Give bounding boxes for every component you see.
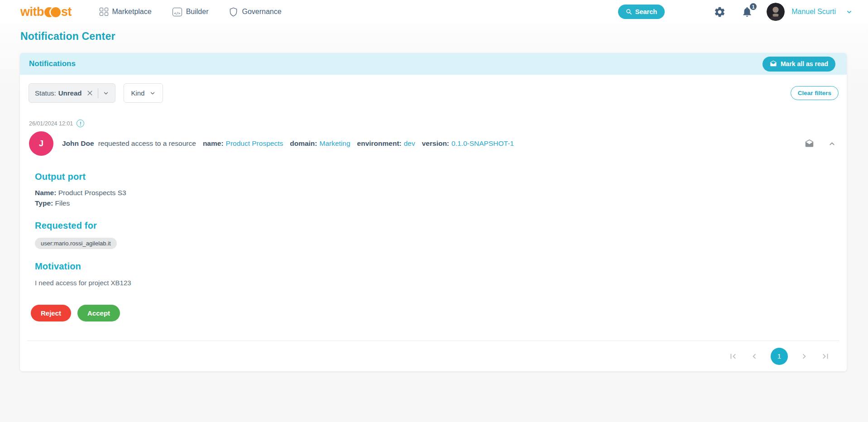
notification-row-actions bbox=[805, 139, 836, 149]
next-page-icon[interactable] bbox=[799, 351, 809, 361]
notification-count-badge: 1 bbox=[749, 2, 758, 11]
mark-all-as-read-button[interactable]: Mark all as read bbox=[762, 57, 835, 72]
requester-name: John Doe bbox=[62, 139, 94, 148]
notification-action: requested access to a resource bbox=[98, 139, 196, 148]
nav-item-builder[interactable]: </> Builder bbox=[173, 8, 209, 16]
main-nav: Marketplace </> Builder Governance bbox=[100, 7, 282, 17]
field-label: domain: bbox=[290, 139, 317, 148]
user-menu-chevron-down-icon[interactable] bbox=[846, 9, 853, 15]
info-icon: ! bbox=[77, 120, 84, 127]
kind-filter-chevron-down-icon[interactable] bbox=[149, 90, 156, 96]
search-icon bbox=[626, 9, 632, 15]
filter-divider bbox=[98, 88, 98, 98]
field-label: name: bbox=[203, 139, 224, 148]
field-value: Marketing bbox=[319, 139, 350, 148]
user-avatar[interactable] bbox=[767, 3, 785, 21]
code-icon: </> bbox=[173, 8, 182, 16]
type-label: Type: bbox=[35, 199, 53, 207]
pagination-block: 1 bbox=[20, 340, 847, 371]
notification-summary-row[interactable]: J John Doe requested access to a resourc… bbox=[20, 131, 847, 156]
logo-text-left: witb bbox=[20, 5, 44, 19]
notification-timestamp-row: 26/01/2024 12:01 ! bbox=[29, 120, 847, 127]
user-name[interactable]: Manuel Scurti bbox=[791, 8, 836, 16]
kind-filter-label: Kind bbox=[131, 89, 144, 97]
status-filter[interactable]: Status: Unread bbox=[29, 83, 115, 103]
output-port-name-line: Name: Product Prospects S3 bbox=[35, 189, 836, 197]
requester-avatar: J bbox=[29, 131, 53, 156]
nav-item-governance[interactable]: Governance bbox=[229, 7, 281, 17]
top-navigation-bar: witb st Marketplace </> Builder Governan… bbox=[0, 0, 868, 24]
notification-details: Output port Name: Product Prospects S3 T… bbox=[20, 156, 847, 287]
search-label: Search bbox=[635, 8, 657, 15]
requested-for-heading: Requested for bbox=[35, 221, 836, 231]
last-page-icon[interactable] bbox=[820, 351, 830, 361]
reject-button[interactable]: Reject bbox=[31, 305, 71, 321]
field-value: 0.1.0-SNAPSHOT-1 bbox=[451, 139, 514, 148]
kind-filter[interactable]: Kind bbox=[124, 83, 163, 103]
search-button[interactable]: Search bbox=[618, 5, 665, 19]
status-filter-label: Status: bbox=[35, 89, 56, 97]
nav-item-marketplace[interactable]: Marketplace bbox=[100, 8, 152, 16]
witboost-logo[interactable]: witb st bbox=[20, 5, 72, 19]
motivation-heading: Motivation bbox=[35, 261, 836, 272]
nav-label: Builder bbox=[186, 8, 209, 16]
logo-double-o-icon bbox=[44, 7, 61, 17]
field-value: Product Prospects bbox=[226, 139, 283, 148]
output-port-type-line: Type: Files bbox=[35, 199, 836, 207]
panel-header: Notifications Mark all as read bbox=[20, 53, 847, 75]
field-label: environment: bbox=[357, 139, 402, 148]
settings-button[interactable] bbox=[714, 6, 726, 18]
notifications-button[interactable]: 1 bbox=[741, 6, 753, 18]
mark-all-label: Mark all as read bbox=[781, 60, 828, 67]
notification-summary-text: John Doe requested access to a resource … bbox=[62, 139, 514, 148]
panel-title: Notifications bbox=[29, 59, 76, 68]
status-filter-clear-x-icon[interactable] bbox=[86, 90, 93, 96]
avatar-photo-image bbox=[767, 3, 785, 21]
name-value: Product Prospects S3 bbox=[58, 189, 126, 197]
motivation-text: I need access for project XB123 bbox=[35, 279, 836, 287]
name-label: Name: bbox=[35, 189, 56, 197]
gear-icon bbox=[714, 6, 726, 18]
grid-icon bbox=[100, 8, 108, 16]
pagination: 1 bbox=[20, 341, 847, 371]
notifications-panel: Notifications Mark all as read Status: U… bbox=[20, 53, 847, 371]
nav-label: Governance bbox=[242, 8, 281, 16]
accept-button[interactable]: Accept bbox=[77, 305, 120, 321]
filters-row: Status: Unread Kind Clear filters bbox=[20, 75, 847, 103]
requested-for-user-chip: user:mario.rossi_agilelab.it bbox=[35, 238, 117, 249]
mark-read-envelope-icon[interactable] bbox=[805, 139, 814, 149]
status-filter-chevron-down-icon[interactable] bbox=[103, 90, 109, 96]
topbar-right-group: Search 1 Manuel Scurti bbox=[618, 3, 853, 21]
field-value: dev bbox=[404, 139, 415, 148]
nav-label: Marketplace bbox=[112, 8, 152, 16]
page-title: Notification Center bbox=[0, 24, 868, 43]
output-port-heading: Output port bbox=[35, 172, 836, 182]
current-page-button[interactable]: 1 bbox=[771, 348, 788, 365]
open-envelope-icon bbox=[770, 60, 777, 67]
page-content: Notification Center Notifications Mark a… bbox=[0, 24, 868, 422]
notification-timestamp: 26/01/2024 12:01 bbox=[29, 120, 73, 127]
notification-action-buttons: Reject Accept bbox=[31, 305, 847, 321]
status-filter-value: Unread bbox=[58, 89, 82, 97]
logo-text-right: st bbox=[61, 5, 72, 19]
clear-filters-button[interactable]: Clear filters bbox=[791, 86, 839, 100]
first-page-icon[interactable] bbox=[728, 351, 738, 361]
shield-icon bbox=[229, 7, 238, 17]
previous-page-icon[interactable] bbox=[749, 351, 759, 361]
type-value: Files bbox=[55, 199, 70, 207]
field-label: version: bbox=[422, 139, 449, 148]
collapse-chevron-up-icon[interactable] bbox=[828, 140, 836, 148]
